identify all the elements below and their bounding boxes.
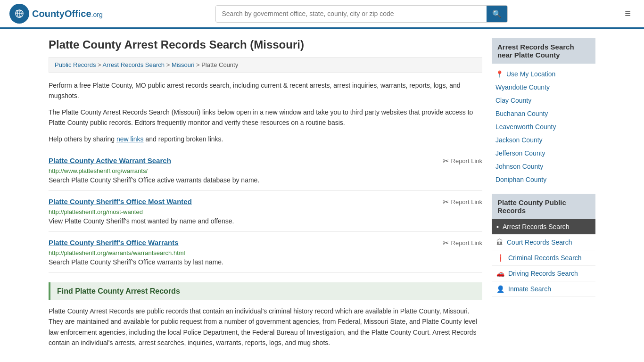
pr-item-1[interactable]: 🏛 Court Records Search: [492, 235, 595, 250]
nearby-county-2[interactable]: Buchanan County: [492, 107, 595, 120]
pr-icon-4: 👤: [496, 285, 504, 293]
breadcrumb-platte-county: Platte County: [201, 61, 238, 68]
description-1: Perform a free Platte County, MO public …: [49, 80, 482, 101]
pr-icon-0: ▪: [496, 223, 499, 230]
pr-icon-1: 🏛: [496, 239, 503, 246]
link-items-list: Platte County Active Warrant Search ✂ Re…: [49, 150, 482, 273]
logo-text: CountyOffice.org: [32, 8, 103, 19]
link-item-2: Platte County Sheriff's Office Warrants …: [49, 232, 482, 273]
report-link-2[interactable]: ✂ Report Link: [443, 239, 482, 247]
report-icon-2: ✂: [443, 239, 449, 247]
sidebar-public-records-section: Platte County Public Records ▪ Arrest Re…: [492, 194, 595, 297]
logo-org: .org: [91, 11, 103, 18]
logo-icon: [9, 4, 29, 24]
report-icon-1: ✂: [443, 197, 449, 206]
breadcrumb: Public Records > Arrest Records Search >…: [49, 57, 482, 73]
nearby-county-6[interactable]: Johnson County: [492, 160, 595, 173]
find-section: Find Platte County Arrest Records Platte…: [49, 282, 482, 348]
nearby-county-4[interactable]: Jackson County: [492, 133, 595, 147]
new-links-link[interactable]: new links: [116, 135, 144, 143]
link-title-2[interactable]: Platte County Sheriff's Office Warrants: [49, 239, 179, 247]
link-desc-2: Search Platte County Sheriff's Office wa…: [49, 258, 482, 266]
search-bar-container: 🔍: [215, 5, 508, 23]
breadcrumb-arrest-records[interactable]: Arrest Records Search: [103, 61, 165, 68]
logo-county-text: CountyOffice: [32, 8, 91, 19]
find-section-header: Find Platte County Arrest Records: [49, 282, 482, 300]
search-input[interactable]: [216, 6, 487, 21]
nearby-county-7[interactable]: Doniphan County: [492, 173, 595, 186]
breadcrumb-missouri[interactable]: Missouri: [172, 61, 194, 68]
sidebar-nearby-section: Arrest Records Search near Platte County…: [492, 38, 595, 186]
sidebar: Arrest Records Search near Platte County…: [492, 38, 595, 354]
logo-area: CountyOffice.org: [9, 4, 103, 24]
location-icon: 📍: [495, 70, 504, 78]
pr-icon-2: ❗: [496, 254, 504, 262]
link-item-1: Platte County Sheriff's Office Most Want…: [49, 191, 482, 232]
breadcrumb-public-records[interactable]: Public Records: [55, 61, 96, 68]
link-item-0: Platte County Active Warrant Search ✂ Re…: [49, 150, 482, 191]
report-icon-0: ✂: [443, 156, 449, 165]
report-link-1[interactable]: ✂ Report Link: [443, 197, 482, 206]
link-url-0[interactable]: http://www.plattesheriff.org/warrants/: [49, 167, 482, 174]
use-my-location-link[interactable]: 📍 Use My Location: [492, 67, 595, 81]
sidebar-nearby-header: Arrest Records Search near Platte County: [492, 38, 595, 64]
page-title: Platte County Arrest Records Search (Mis…: [49, 38, 482, 51]
link-url-2[interactable]: http://plattesheriff.org/warrants/warran…: [49, 249, 482, 256]
link-title-0[interactable]: Platte County Active Warrant Search: [49, 156, 171, 165]
nearby-county-0[interactable]: Wyandotte County: [492, 81, 595, 94]
nearby-counties-list: Wyandotte County Clay County Buchanan Co…: [492, 81, 595, 186]
header: CountyOffice.org 🔍 ≡: [0, 0, 644, 29]
pr-item-2[interactable]: ❗ Criminal Records Search: [492, 250, 595, 266]
link-desc-1: View Platte County Sheriff's most wanted…: [49, 217, 482, 225]
link-url-1[interactable]: http://plattesheriff.org/most-wanted: [49, 208, 482, 215]
nearby-county-5[interactable]: Jefferson County: [492, 147, 595, 160]
pr-item-4[interactable]: 👤 Inmate Search: [492, 281, 595, 297]
find-section-body: Platte County Arrest Records are public …: [49, 306, 482, 348]
description-2: The Platte County Arrest Records Search …: [49, 107, 482, 128]
report-link-0[interactable]: ✂ Report Link: [443, 156, 482, 165]
svg-point-6: [17, 11, 17, 12]
nearby-county-3[interactable]: Leavenworth County: [492, 120, 595, 133]
link-desc-0: Search Platte County Sheriff's Office ac…: [49, 176, 482, 184]
link-title-1[interactable]: Platte County Sheriff's Office Most Want…: [49, 197, 192, 206]
pr-icon-3: 🚗: [496, 270, 504, 277]
description-3: Help others by sharing new links and rep…: [49, 134, 482, 144]
content-area: Platte County Arrest Records Search (Mis…: [49, 38, 482, 354]
search-button[interactable]: 🔍: [487, 6, 507, 22]
menu-button[interactable]: ≡: [621, 6, 635, 22]
pr-item-3[interactable]: 🚗 Driving Records Search: [492, 266, 595, 281]
nearby-county-1[interactable]: Clay County: [492, 94, 595, 107]
pr-item-0[interactable]: ▪ Arrest Records Search: [492, 219, 595, 235]
sidebar-public-records-header: Platte County Public Records: [492, 194, 595, 219]
main-container: Platte County Arrest Records Search (Mis…: [39, 29, 605, 362]
